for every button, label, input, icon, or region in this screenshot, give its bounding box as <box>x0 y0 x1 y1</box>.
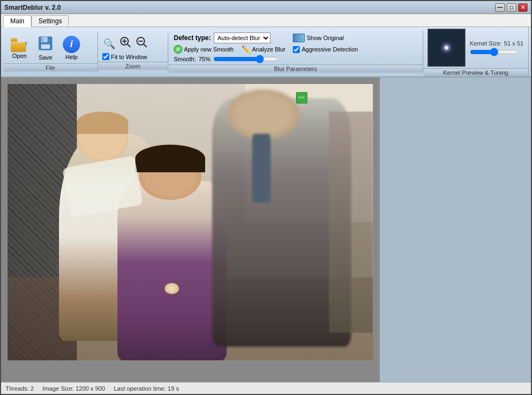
open-icon: ↑ <box>11 37 28 52</box>
right-panel <box>379 77 531 382</box>
defect-type-row: Defect type: Auto-detect Blur Motion Blu… <box>174 33 271 43</box>
defect-type-select[interactable]: Auto-detect Blur Motion Blur Gaussian Bl… <box>214 33 271 43</box>
zoom-section: 🔍 <box>98 34 168 70</box>
photo-display: EXIT <box>8 84 373 360</box>
kernel-section-label: Kernel Preview & Tuning <box>423 68 528 76</box>
show-original-button[interactable]: Show Original <box>290 33 346 43</box>
smooth-row: Smooth: 75% <box>174 55 278 63</box>
title-bar: SmartDeblur v. 2.0 — □ ✕ <box>1 1 531 14</box>
smooth-slider[interactable] <box>213 55 278 63</box>
save-button[interactable]: Save <box>34 34 57 62</box>
tabs-bar: Main Settings <box>1 14 531 27</box>
maximize-button[interactable]: □ <box>507 3 516 12</box>
zoom-section-label: Zoom <box>98 62 168 70</box>
canvas-panel[interactable]: EXIT <box>1 77 379 382</box>
smooth-value: 75% <box>199 56 211 62</box>
svg-rect-1 <box>41 37 48 42</box>
content-area: EXIT <box>1 77 531 382</box>
tab-settings[interactable]: Settings <box>31 15 69 27</box>
zoom-out-icon[interactable]: 🔍 <box>102 37 116 51</box>
blur-row2: ✓ Apply new Smooth ✏️ Analyze Blur Aggre… <box>174 44 358 54</box>
tab-main[interactable]: Main <box>3 15 31 27</box>
window-title: SmartDeblur v. 2.0 <box>4 4 61 11</box>
kernel-size-slider[interactable] <box>470 48 518 56</box>
show-original-icon <box>293 34 305 42</box>
help-button[interactable]: i Help <box>60 35 83 61</box>
file-section-label: File <box>3 63 97 72</box>
status-threads: Threads: 2 <box>5 385 34 392</box>
kernel-dot <box>444 46 449 50</box>
kernel-controls: Kernel Size: 51 x 51 <box>470 40 523 56</box>
svg-line-5 <box>127 44 130 47</box>
save-icon <box>37 35 54 54</box>
file-section-top: ↑ Open Save <box>3 32 97 63</box>
zoom-minus-icon[interactable] <box>135 35 149 52</box>
file-section: ↑ Open Save <box>3 32 98 72</box>
kernel-section: Kernel Size: 51 x 51 Kernel Preview & Tu… <box>423 27 529 76</box>
blur-params-section: Defect type: Auto-detect Blur Motion Blu… <box>168 31 423 73</box>
analyze-blur-button[interactable]: ✏️ Analyze Blur <box>239 44 288 54</box>
zoom-in-icon[interactable] <box>119 35 133 52</box>
window-controls: — □ ✕ <box>495 3 528 12</box>
apply-smooth-button[interactable]: ✓ Apply new Smooth <box>174 45 234 54</box>
apply-check-icon: ✓ <box>174 45 182 54</box>
status-image-size: Image Size: 1200 x 900 <box>43 385 106 392</box>
kernel-section-top: Kernel Size: 51 x 51 <box>423 27 528 68</box>
kernel-size-label: Kernel Size: <box>470 40 502 47</box>
zoom-section-top: 🔍 <box>98 34 168 62</box>
status-bar: Threads: 2 Image Size: 1200 x 900 Last o… <box>1 382 531 394</box>
defect-type-label: Defect type: <box>174 34 211 42</box>
blur-params-top: Defect type: Auto-detect Blur Motion Blu… <box>168 31 423 64</box>
fit-to-window-checkbox[interactable] <box>102 53 109 60</box>
app-window: SmartDeblur v. 2.0 — □ ✕ Main Settings ↑ <box>0 0 532 395</box>
blur-params-label: Blur Parameters <box>168 64 423 73</box>
svg-rect-3 <box>41 44 50 49</box>
kernel-size-value: 51 x 51 <box>504 40 523 47</box>
fit-to-window-checkbox-label[interactable]: Fit to Window <box>102 53 147 60</box>
main-toolbar: ↑ Open Save <box>1 27 531 77</box>
svg-line-9 <box>143 44 147 47</box>
kernel-preview <box>428 29 465 67</box>
help-label: Help <box>65 54 78 60</box>
info-icon: i <box>63 36 80 53</box>
aggressive-detection-label[interactable]: Aggressive Detection <box>293 46 358 53</box>
svg-rect-2 <box>42 37 43 42</box>
status-last-operation: Last operation time: 19 s <box>114 385 179 392</box>
analyze-icon: ✏️ <box>241 45 251 54</box>
aggressive-detection-checkbox[interactable] <box>293 46 300 53</box>
open-button[interactable]: ↑ Open <box>8 36 31 60</box>
blur-row1: Defect type: Auto-detect Blur Motion Blu… <box>174 33 346 43</box>
open-label: Open <box>12 53 27 59</box>
minimize-button[interactable]: — <box>495 3 505 12</box>
save-label: Save <box>38 54 52 61</box>
close-button[interactable]: ✕ <box>518 3 528 12</box>
